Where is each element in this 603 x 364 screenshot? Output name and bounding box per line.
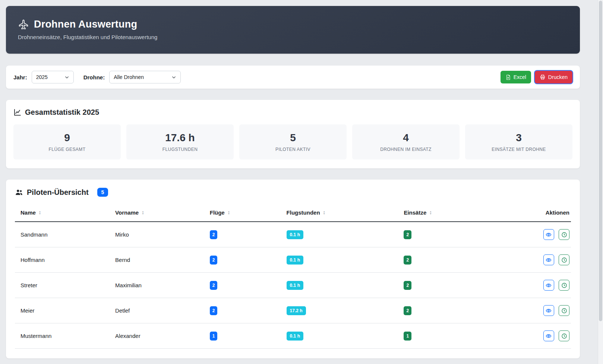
col-header-flugstunden[interactable]: Flugstunden▲▼ bbox=[284, 204, 401, 222]
clock-icon bbox=[561, 308, 567, 314]
stat-value: 5 bbox=[290, 132, 296, 144]
view-pilot-button[interactable] bbox=[543, 330, 554, 341]
year-select-value: 2025 bbox=[36, 74, 48, 80]
sort-arrows-icon: ▲▼ bbox=[228, 211, 230, 215]
col-label: Flüge bbox=[210, 209, 225, 216]
col-header-fluege[interactable]: Flüge▲▼ bbox=[207, 204, 284, 222]
col-header-name[interactable]: Name▲▼ bbox=[15, 204, 112, 222]
fluege-badge: 2 bbox=[210, 230, 218, 239]
pilot-name: Mustermann bbox=[15, 323, 112, 349]
view-pilot-button[interactable] bbox=[543, 229, 554, 240]
table-row: Streter Maximilian 2 0.1 h 2 bbox=[15, 273, 571, 298]
fluege-badge: 2 bbox=[210, 256, 218, 265]
scrollbar[interactable] bbox=[598, 0, 603, 364]
stat-card-drohnen-im-einsatz: 4 DROHNEN IM EINSATZ bbox=[352, 124, 460, 159]
view-pilot-button[interactable] bbox=[543, 305, 554, 316]
fluege-badge: 2 bbox=[210, 306, 218, 315]
einsaetze-badge: 2 bbox=[404, 306, 411, 315]
stat-card-fluege-gesamt: 9 FLÜGE GESAMT bbox=[13, 124, 121, 159]
excel-button-label: Excel bbox=[514, 74, 526, 80]
stat-card-flugstunden: 17.6 h FLUGSTUNDEN bbox=[126, 124, 234, 159]
file-excel-icon bbox=[505, 75, 511, 80]
page: Drohnen Auswertung Drohneneinsätze, Flug… bbox=[6, 6, 580, 358]
eye-icon bbox=[546, 282, 552, 288]
stat-card-einsaetze-mit-drohne: 3 EINSÄTZE MIT DROHNE bbox=[465, 124, 572, 159]
table-row: Hoffmann Bernd 2 0.1 h 2 bbox=[15, 247, 571, 273]
col-label: Flugstunden bbox=[287, 209, 320, 216]
clock-icon bbox=[561, 282, 567, 288]
stat-label: EINSÄTZE MIT DROHNE bbox=[492, 147, 546, 152]
stat-label: PILOTEN AKTIV bbox=[275, 147, 310, 152]
col-header-einsaetze[interactable]: Einsätze▲▼ bbox=[401, 204, 513, 222]
stats-title: Gesamtstatistik 2025 bbox=[25, 108, 99, 117]
pilots-title: Piloten-Übersicht bbox=[27, 188, 89, 197]
filter-bar: Jahr: 2025 Drohne: Alle Drohnen Excel bbox=[6, 66, 580, 89]
flugstunden-badge: 0.1 h bbox=[287, 230, 303, 239]
einsaetze-badge: 2 bbox=[404, 256, 411, 265]
stat-value: 17.6 h bbox=[165, 132, 195, 144]
flight-time-button[interactable] bbox=[559, 229, 569, 240]
einsaetze-badge: 2 bbox=[404, 230, 411, 239]
pilot-name: Streter bbox=[15, 273, 112, 298]
sort-arrows-icon: ▲▼ bbox=[39, 211, 41, 215]
line-chart-icon bbox=[13, 108, 21, 116]
pilot-vorname: Bernd bbox=[112, 247, 207, 273]
pilot-name: Hoffmann bbox=[15, 247, 112, 273]
table-row: Mustermann Alexander 1 0.1 h 1 bbox=[15, 323, 571, 349]
flight-time-button[interactable] bbox=[559, 305, 569, 316]
col-header-vorname[interactable]: Vorname▲▼ bbox=[112, 204, 207, 222]
col-label: Name bbox=[20, 209, 36, 216]
eye-icon bbox=[546, 308, 552, 314]
users-icon bbox=[15, 188, 23, 196]
stat-label: DROHNEN IM EINSATZ bbox=[380, 147, 432, 152]
drone-select[interactable]: Alle Drohnen bbox=[109, 71, 181, 83]
table-row: Sandmann Mirko 2 0.1 h 2 bbox=[15, 222, 571, 247]
scrollbar-thumb[interactable] bbox=[599, 1, 602, 321]
printer-icon bbox=[540, 74, 546, 80]
stat-card-piloten-aktiv: 5 PILOTEN AKTIV bbox=[239, 124, 347, 159]
view-pilot-button[interactable] bbox=[543, 280, 554, 291]
flight-time-button[interactable] bbox=[559, 280, 569, 291]
pilots-section: Piloten-Übersicht 5 Name▲▼ Vorname▲▼ Flü… bbox=[6, 180, 580, 358]
eye-icon bbox=[546, 232, 552, 238]
flight-time-button[interactable] bbox=[559, 254, 569, 265]
col-label: Aktionen bbox=[546, 209, 569, 216]
eye-icon bbox=[546, 333, 552, 339]
clock-icon bbox=[561, 257, 567, 263]
plane-icon bbox=[18, 19, 29, 30]
flugstunden-badge: 17.2 h bbox=[287, 306, 306, 315]
stat-value: 9 bbox=[64, 132, 70, 144]
clock-icon bbox=[561, 232, 567, 238]
app-header: Drohnen Auswertung Drohneneinsätze, Flug… bbox=[6, 6, 580, 54]
flight-time-button[interactable] bbox=[559, 330, 569, 341]
fluege-badge: 2 bbox=[210, 281, 218, 290]
flugstunden-badge: 0.1 h bbox=[287, 332, 303, 341]
pilot-vorname: Maximilian bbox=[112, 273, 207, 298]
pilot-vorname: Detlef bbox=[112, 298, 207, 323]
pilot-count-badge: 5 bbox=[97, 188, 108, 197]
year-select[interactable]: 2025 bbox=[32, 71, 74, 83]
einsaetze-badge: 2 bbox=[404, 281, 411, 290]
drone-select-value: Alle Drohnen bbox=[114, 74, 144, 80]
stat-label: FLUGSTUNDEN bbox=[162, 147, 198, 152]
table-header-row: Name▲▼ Vorname▲▼ Flüge▲▼ Flugstunden▲▼ E… bbox=[15, 204, 571, 222]
excel-button[interactable]: Excel bbox=[501, 71, 531, 83]
stat-label: FLÜGE GESAMT bbox=[49, 147, 86, 152]
pilot-name: Meier bbox=[15, 298, 112, 323]
flugstunden-badge: 0.1 h bbox=[287, 256, 303, 265]
pilot-vorname: Mirko bbox=[112, 222, 207, 247]
sort-arrows-icon: ▲▼ bbox=[429, 211, 432, 215]
print-button-label: Drucken bbox=[548, 74, 568, 80]
year-label: Jahr: bbox=[13, 74, 27, 80]
pilots-table: Name▲▼ Vorname▲▼ Flüge▲▼ Flugstunden▲▼ E… bbox=[15, 204, 571, 349]
einsaetze-badge: 1 bbox=[404, 332, 411, 341]
chevron-down-icon bbox=[64, 75, 69, 80]
sort-arrows-icon: ▲▼ bbox=[323, 211, 325, 215]
eye-icon bbox=[546, 257, 552, 263]
stats-section: Gesamtstatistik 2025 9 FLÜGE GESAMT 17.6… bbox=[6, 100, 580, 168]
print-button[interactable]: Drucken bbox=[535, 71, 572, 83]
view-pilot-button[interactable] bbox=[543, 254, 554, 265]
page-subtitle: Drohneneinsätze, Flugstatistiken und Pil… bbox=[18, 34, 568, 40]
pilot-vorname: Alexander bbox=[112, 323, 207, 349]
chevron-down-icon bbox=[171, 75, 176, 80]
